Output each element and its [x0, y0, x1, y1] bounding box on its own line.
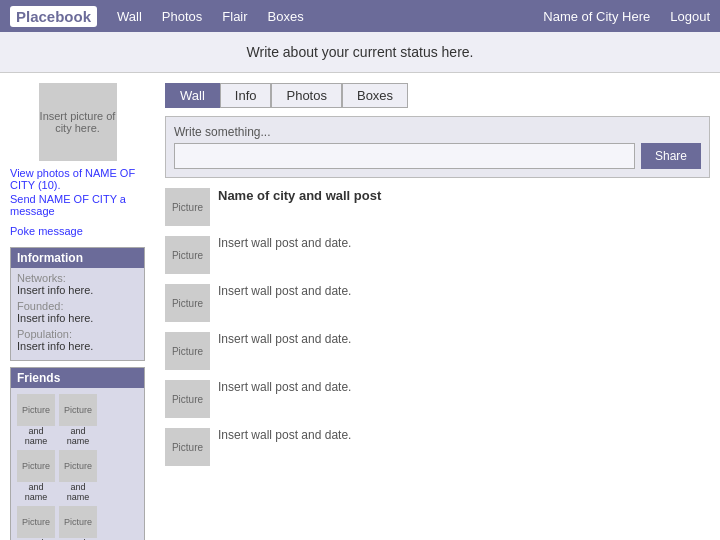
wall-post-2: Picture Insert wall post and date.	[165, 284, 710, 322]
navbar: Placebook Wall Photos Flair Boxes Name o…	[0, 0, 720, 32]
post-content: Insert wall post and date.	[218, 380, 710, 394]
nav-boxes[interactable]: Boxes	[268, 9, 304, 24]
friend-item[interactable]: Picture and name	[17, 450, 55, 502]
friend-name: and name	[59, 482, 97, 502]
wall-post-0: Picture Name of city and wall post	[165, 188, 710, 226]
nav-wall[interactable]: Wall	[117, 9, 142, 24]
write-box: Write something... Share	[165, 116, 710, 178]
friend-pic: Picture	[17, 506, 55, 538]
profile-picture: Insert picture of city here.	[39, 83, 117, 161]
content-area: Wall Info Photos Boxes Write something..…	[155, 73, 720, 540]
content-tabs: Wall Info Photos Boxes	[165, 83, 710, 108]
profile-pic-label: Insert picture of city here.	[39, 110, 117, 134]
post-content: Name of city and wall post	[218, 188, 710, 203]
post-text: Insert wall post and date.	[218, 236, 710, 250]
networks-value: Insert info here.	[17, 284, 138, 296]
tab-wall[interactable]: Wall	[165, 83, 220, 108]
friend-name: and name	[17, 482, 55, 502]
wall-post-3: Picture Insert wall post and date.	[165, 332, 710, 370]
post-picture: Picture	[165, 284, 210, 322]
friend-pic: Picture	[17, 450, 55, 482]
post-text: Insert wall post and date.	[218, 380, 710, 394]
sidebar-links: View photos of NAME OF CITY (10). Send N…	[10, 167, 145, 217]
wall-post-5: Picture Insert wall post and date.	[165, 428, 710, 466]
post-picture: Picture	[165, 188, 210, 226]
post-content: Insert wall post and date.	[218, 284, 710, 298]
post-text: Insert wall post and date.	[218, 332, 710, 346]
post-content: Insert wall post and date.	[218, 428, 710, 442]
post-content: Insert wall post and date.	[218, 236, 710, 250]
friend-name: and name	[59, 426, 97, 446]
founded-value: Insert info here.	[17, 312, 138, 324]
nav-flair[interactable]: Flair	[222, 9, 247, 24]
main-layout: Insert picture of city here. View photos…	[0, 73, 720, 540]
tab-boxes[interactable]: Boxes	[342, 83, 408, 108]
information-header: Information	[11, 248, 144, 268]
friend-item[interactable]: Picture and name	[59, 394, 97, 446]
networks-label: Networks:	[17, 272, 138, 284]
navbar-right: Name of City Here Logout	[543, 9, 710, 24]
sidebar: Insert picture of city here. View photos…	[0, 73, 155, 540]
wall-post-4: Picture Insert wall post and date.	[165, 380, 710, 418]
post-content: Insert wall post and date.	[218, 332, 710, 346]
write-box-label: Write something...	[174, 125, 701, 139]
friend-item[interactable]: Picture and name	[59, 450, 97, 502]
view-photos-link[interactable]: View photos of NAME OF CITY (10).	[10, 167, 145, 191]
nav-links: Wall Photos Flair Boxes	[117, 9, 543, 24]
friend-item[interactable]: Picture and name	[59, 506, 97, 540]
post-text: Insert wall post and date.	[218, 284, 710, 298]
city-name-label: Name of City Here	[543, 9, 650, 24]
friend-name: and name	[17, 426, 55, 446]
status-bar: Write about your current status here.	[0, 32, 720, 73]
friend-pic: Picture	[59, 506, 97, 538]
brand-logo[interactable]: Placebook	[10, 6, 97, 27]
post-picture: Picture	[165, 332, 210, 370]
post-picture: Picture	[165, 380, 210, 418]
wall-post-1: Picture Insert wall post and date.	[165, 236, 710, 274]
friends-header: Friends	[11, 368, 144, 388]
post-name: Name of city and wall post	[218, 188, 710, 203]
post-picture: Picture	[165, 428, 210, 466]
population-value: Insert info here.	[17, 340, 138, 352]
friends-section: Friends Picture and name Picture and nam…	[10, 367, 145, 540]
post-picture: Picture	[165, 236, 210, 274]
friend-pic: Picture	[59, 450, 97, 482]
friend-item[interactable]: Picture and name	[17, 506, 55, 540]
poke-message-link[interactable]: Poke message	[10, 225, 145, 237]
information-section: Information Networks: Insert info here. …	[10, 247, 145, 361]
friend-item[interactable]: Picture and name	[17, 394, 55, 446]
population-label: Population:	[17, 328, 138, 340]
logout-button[interactable]: Logout	[670, 9, 710, 24]
write-box-row: Share	[174, 143, 701, 169]
founded-label: Founded:	[17, 300, 138, 312]
friend-pic: Picture	[59, 394, 97, 426]
information-body: Networks: Insert info here. Founded: Ins…	[11, 268, 144, 360]
friend-pic: Picture	[17, 394, 55, 426]
write-input[interactable]	[174, 143, 635, 169]
friends-grid: Picture and name Picture and name Pictur…	[11, 388, 144, 540]
send-message-link[interactable]: Send NAME OF CITY a message	[10, 193, 145, 217]
status-text: Write about your current status here.	[247, 44, 474, 60]
share-button[interactable]: Share	[641, 143, 701, 169]
tab-photos[interactable]: Photos	[271, 83, 341, 108]
nav-photos[interactable]: Photos	[162, 9, 202, 24]
post-text: Insert wall post and date.	[218, 428, 710, 442]
tab-info[interactable]: Info	[220, 83, 272, 108]
